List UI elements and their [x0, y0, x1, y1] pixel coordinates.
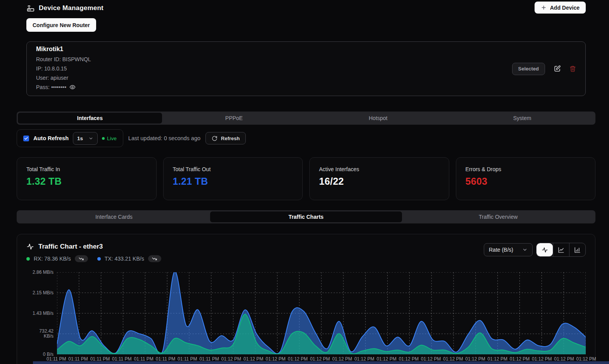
view-tabbar: Interface Cards Traffic Charts Traffic O… [17, 210, 595, 223]
tab-hotspot[interactable]: Hotspot [306, 113, 450, 124]
stat-label: Total Traffic Out [173, 166, 293, 172]
stat-label: Active Interfaces [319, 166, 440, 172]
auto-refresh-label: Auto Refresh [33, 135, 69, 141]
line-chart-icon [558, 247, 564, 253]
selected-button[interactable]: Selected [512, 63, 545, 75]
chart-type-line-button[interactable] [553, 243, 569, 256]
stat-card-active-interfaces: Active Interfaces 16/22 [309, 157, 449, 200]
stat-value: 1.21 TB [173, 176, 293, 187]
rate-unit-select[interactable]: Rate (B/s) [484, 243, 533, 256]
stat-value: 5603 [466, 176, 586, 187]
x-tick-label: 01:12 PM [310, 356, 330, 362]
device-info: Mikrotik1 Router ID: BISPWNQL IP: 10.8.0… [36, 46, 91, 92]
device-pass: Pass: •••••••• [36, 82, 66, 92]
edit-device-button[interactable] [554, 65, 561, 72]
y-tick-label: 1.43 MB/s [29, 311, 53, 316]
device-user: User: apiuser [36, 73, 91, 82]
trash-icon [569, 65, 576, 72]
tx-legend-dot [97, 257, 101, 261]
tab-interface-cards[interactable]: Interface Cards [18, 211, 210, 222]
stat-value: 1.32 TB [26, 176, 147, 187]
x-tick-label: 01:12 PM [288, 356, 307, 362]
page-header: Device Management Add Device [17, 2, 595, 14]
interval-value: 1s [77, 136, 83, 141]
router-icon [26, 4, 35, 12]
refresh-bar: Auto Refresh 1s Live Last updated: 0 sec… [17, 129, 595, 147]
bottom-scroll-strip[interactable] [33, 361, 609, 364]
chart-legend: RX: 78.36 KB/s TX: 433.21 KB/s [26, 255, 167, 262]
x-tick-label: 01:12 PM [488, 356, 507, 362]
stat-label: Errors & Drops [466, 166, 586, 172]
x-tick-label: 01:11 PM [134, 356, 153, 362]
tab-traffic-overview[interactable]: Traffic Overview [402, 211, 594, 222]
rx-trend-badge [75, 255, 88, 262]
last-updated-text: Last updated: 0 seconds ago [128, 135, 200, 141]
configure-new-router-button[interactable]: Configure New Router [26, 18, 96, 32]
tx-legend-text: TX: 433.21 KB/s [105, 256, 144, 262]
x-tick-label: 01:12 PM [354, 356, 374, 362]
plot-area[interactable] [57, 272, 586, 354]
stat-card-traffic-in: Total Traffic In 1.32 TB [17, 157, 157, 200]
chart-type-area-button[interactable] [537, 243, 553, 256]
traffic-chart-card: Traffic Chart - ether3 RX: 78.36 KB/s TX… [17, 234, 595, 364]
chart-type-toggle [536, 243, 586, 257]
x-tick-label: 01:12 PM [510, 356, 530, 362]
live-label: Live [107, 136, 117, 141]
activity-icon [26, 243, 34, 251]
x-tick-label: 01:12 PM [576, 356, 596, 362]
tab-traffic-charts[interactable]: Traffic Charts [210, 211, 402, 222]
activity-icon [542, 247, 548, 253]
chart-type-bar-button[interactable] [569, 243, 585, 256]
rx-legend-dot [26, 257, 30, 261]
interval-select[interactable]: 1s [73, 132, 98, 145]
x-tick-label: 01:11 PM [112, 356, 131, 362]
x-tick-label: 01:12 PM [443, 356, 463, 362]
live-dot [102, 137, 105, 140]
auto-refresh-group: Auto Refresh 1s Live [17, 129, 123, 147]
chevron-down-icon [88, 136, 93, 141]
stat-card-traffic-out: Total Traffic Out 1.21 TB [163, 157, 303, 200]
chevron-down-icon [522, 247, 528, 252]
x-tick-label: 01:12 PM [465, 356, 485, 362]
x-tick-label: 01:12 PM [266, 356, 285, 362]
add-device-label: Add Device [550, 5, 580, 11]
trending-down-icon [79, 256, 84, 261]
stat-value: 16/22 [319, 176, 440, 187]
device-name: Mikrotik1 [36, 46, 91, 53]
x-tick-label: 01:12 PM [376, 356, 396, 362]
tab-system[interactable]: System [450, 113, 594, 124]
tab-pppoe[interactable]: PPPoE [162, 113, 306, 124]
plus-icon [541, 5, 547, 10]
x-tick-label: 01:12 PM [243, 356, 263, 362]
device-card: Mikrotik1 Router ID: BISPWNQL IP: 10.8.0… [26, 41, 586, 96]
stat-card-errors-drops: Errors & Drops 5603 [456, 157, 596, 200]
live-indicator: Live [102, 136, 117, 141]
refresh-button[interactable]: Refresh [205, 132, 246, 144]
add-device-button[interactable]: Add Device [535, 2, 586, 14]
chart-title: Traffic Chart - ether3 [38, 243, 103, 251]
device-ip: IP: 10.8.0.15 [36, 64, 91, 73]
y-tick-label: 2.15 MB/s [29, 290, 53, 295]
edit-icon [554, 65, 561, 72]
x-tick-label: 01:12 PM [532, 356, 552, 362]
auto-refresh-checkbox[interactable] [23, 136, 29, 141]
tx-trend-badge [148, 255, 161, 262]
x-tick-label: 01:12 PM [399, 356, 419, 362]
page-title: Device Management [39, 4, 104, 12]
y-tick-label: 2.86 MB/s [29, 270, 53, 275]
rate-unit-value: Rate (B/s) [489, 247, 513, 253]
x-tick-label: 01:11 PM [178, 356, 197, 362]
bar-chart-icon [574, 247, 581, 253]
main-tabbar: Interfaces PPPoE Hotspot System [17, 112, 595, 125]
check-icon [24, 136, 28, 141]
tab-interfaces[interactable]: Interfaces [18, 113, 162, 124]
page: Device Management Add Device Configure N… [0, 0, 609, 364]
x-tick-label: 01:11 PM [199, 356, 219, 362]
x-tick-label: 01:11 PM [90, 356, 110, 362]
traffic-chart-plot: 2.86 MB/s2.15 MB/s1.43 MB/s732.42 KB/s0 … [26, 272, 586, 354]
x-tick-label: 01:12 PM [421, 356, 441, 362]
delete-device-button[interactable] [569, 65, 576, 72]
refresh-label: Refresh [221, 136, 240, 141]
eye-icon[interactable] [69, 84, 76, 90]
x-tick-label: 01:12 PM [554, 356, 574, 362]
